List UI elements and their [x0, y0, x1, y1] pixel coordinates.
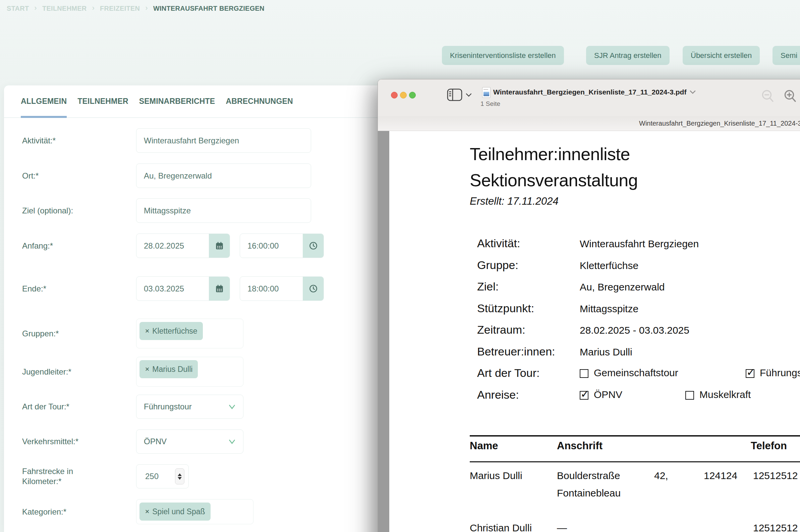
- sjr-antrag-erstellen-button[interactable]: SJR Antrag erstellen: [586, 46, 670, 65]
- table-cell-street: Boulderstraße: [557, 470, 620, 481]
- zoom-window-button[interactable]: [409, 92, 416, 98]
- stepper-down-icon[interactable]: [178, 477, 182, 480]
- remove-icon[interactable]: ✕: [145, 509, 149, 515]
- checkbox-checked-icon: ✓: [746, 369, 754, 378]
- clock-icon: [309, 284, 318, 293]
- uebersicht-erstellen-button[interactable]: Übersicht erstellen: [683, 46, 760, 65]
- breadcrumb-item-start[interactable]: START: [7, 4, 29, 13]
- ende-time-value: 18:00:00: [240, 277, 279, 301]
- krisenliste-erstellen-button[interactable]: Kriseninterventionsliste erstellen: [442, 46, 564, 65]
- table-cell-anschrift: —: [557, 522, 567, 532]
- kategorien-multiselect[interactable]: ✕ Spiel und Spaß: [136, 499, 253, 524]
- calendar-icon: [215, 241, 224, 250]
- tab-filename-label: Winterausfahrt_Bergziegen_Krisenliste_17…: [639, 116, 800, 130]
- sidebar-toggle-button[interactable]: [447, 88, 475, 101]
- fahrstrecke-number-input[interactable]: 250: [136, 464, 189, 489]
- form-row-verkehrsmittel: Verkehrsmittel:* ÖPNV: [4, 430, 415, 454]
- tab-seminarberichte[interactable]: SEMINARBERICHTE: [139, 86, 215, 117]
- clock-icon: [309, 241, 318, 250]
- table-cell-housenumber: 42,: [654, 470, 668, 481]
- close-window-button[interactable]: [391, 92, 398, 98]
- table-cell-plz: 124124: [704, 470, 737, 481]
- zoom-out-icon: [760, 89, 775, 105]
- breadcrumb-current-page: WINTERAUSFAHRT BERGZIEGEN: [153, 4, 265, 13]
- aktivitaet-input[interactable]: Winterausfahrt Bergziegen: [136, 128, 311, 153]
- form-row-art-der-tour: Art der Tour:* Führungstour: [4, 395, 415, 419]
- verkehrsmittel-label: Verkehrsmittel:*: [22, 437, 78, 446]
- seminar-button-truncated[interactable]: Semi: [772, 46, 800, 65]
- calendar-icon: [215, 284, 224, 293]
- remove-icon[interactable]: ✕: [145, 328, 149, 334]
- form-row-aktivitaet: Aktivität:* Winterausfahrt Bergziegen: [4, 128, 415, 153]
- table-top-rule: [470, 435, 800, 437]
- tab-allgemein[interactable]: ALLGEMEIN: [21, 86, 67, 117]
- ende-date-value: 03.03.2025: [137, 277, 184, 301]
- art-der-tour-label: Art der Tour:*: [22, 402, 69, 412]
- window-titlebar[interactable]: Winterausfahrt_Bergziegen_Krisenliste_17…: [378, 79, 800, 116]
- table-cell-city: Fontainebleau: [557, 488, 621, 499]
- title-menu-chevron-icon[interactable]: [690, 90, 696, 94]
- form-row-fahrstrecke: Fahrstrecke in Kilometer:* 250: [4, 464, 415, 489]
- remove-icon[interactable]: ✕: [145, 366, 149, 372]
- form-row-gruppen: Gruppen:* ✕ Kletterfüchse: [4, 319, 415, 348]
- pdf-document-title: Teilnehmer:innenliste Sektionsveranstalt…: [470, 141, 638, 193]
- page-count-label: 1 Seite: [480, 100, 500, 108]
- ende-time-input[interactable]: 18:00:00: [240, 277, 324, 301]
- app-screen: START › TEILNEHMER › FREIZEITEN › WINTER…: [0, 0, 800, 532]
- pdf-field-gruppe: Gruppe: Kletterfüchse: [389, 259, 800, 275]
- fahrstrecke-value: 250: [145, 472, 159, 481]
- kategorien-chip: ✕ Spiel und Spaß: [140, 502, 211, 520]
- pdf-created-date: Erstellt: 17.11.2024: [470, 195, 559, 207]
- art-der-tour-select[interactable]: Führungstour: [136, 395, 243, 419]
- ende-date-input[interactable]: 03.03.2025: [136, 277, 230, 301]
- window-tab-bar[interactable]: Winterausfahrt_Bergziegen_Krisenliste_17…: [378, 116, 800, 131]
- pdf-field-zeitraum: Zeitraum: 28.02.2025 - 03.03.2025: [389, 323, 800, 339]
- form-row-ende: Ende:* 03.03.2025 18:00:00: [4, 277, 415, 301]
- jugendleiter-multiselect[interactable]: ✕ Marius Dulli: [136, 357, 243, 386]
- anfang-label: Anfang:*: [22, 241, 53, 251]
- event-detail-card: ALLGEMEIN TEILNEHMER SEMINARBERICHTE ABR…: [4, 86, 415, 532]
- pdf-field-ziel: Ziel: Au, Bregenzerwald: [389, 280, 800, 296]
- pdf-field-anreise: Anreise: ✓ ÖPNV Muskelkraft: [389, 388, 800, 404]
- form-row-jugendleiter: Jugendleiter:* ✕ Marius Dulli: [4, 357, 415, 386]
- table-cell-name: Marius Dulli: [470, 470, 522, 481]
- jugendleiter-label: Jugendleiter:*: [22, 367, 71, 377]
- minimize-window-button[interactable]: [400, 92, 407, 98]
- number-stepper[interactable]: [175, 468, 184, 484]
- verkehrsmittel-select[interactable]: ÖPNV: [136, 430, 243, 454]
- table-header-name: Name: [470, 440, 498, 452]
- zoom-in-icon[interactable]: [783, 89, 798, 105]
- anfang-clock-button[interactable]: [303, 234, 324, 258]
- pdf-field-aktivitaet: Aktivität: Winterausfahrt Bergziegen: [389, 237, 800, 253]
- pdf-field-art-der-tour: Art der Tour: Gemeinschaftstour ✓ Führun…: [389, 366, 800, 383]
- aktivitaet-label: Aktivität:*: [22, 136, 56, 146]
- tab-teilnehmer[interactable]: TEILNEHMER: [77, 86, 128, 117]
- stepper-up-icon[interactable]: [178, 473, 182, 476]
- ziel-input[interactable]: Mittagsspitze: [136, 198, 311, 223]
- anfang-time-input[interactable]: 16:00:00: [240, 233, 324, 258]
- checkbox-unchecked-icon: [580, 369, 588, 378]
- checkbox-unchecked-icon: [685, 391, 694, 400]
- gruppen-chip: ✕ Kletterfüchse: [140, 322, 203, 340]
- table-cell-telefon: 12512512: [753, 470, 798, 481]
- ort-input[interactable]: Au, Bregenzerwald: [136, 164, 311, 188]
- breadcrumb-item-freizeiten[interactable]: FREIZEITEN: [100, 4, 140, 13]
- kategorien-chip-label: Spiel und Spaß: [152, 507, 205, 516]
- breadcrumb-item-teilnehmer[interactable]: TEILNEHMER: [42, 4, 87, 13]
- gruppen-multiselect[interactable]: ✕ Kletterfüchse: [136, 319, 243, 348]
- breadcrumb-separator-icon: ›: [35, 4, 37, 13]
- checkbox-checked-icon: ✓: [580, 391, 588, 400]
- window-title: Winterausfahrt_Bergziegen_Krisenliste_17…: [493, 88, 686, 96]
- fahrstrecke-label: Fahrstrecke in Kilometer:*: [22, 466, 99, 487]
- table-header-anschrift: Anschrift: [557, 440, 602, 452]
- anfang-calendar-button[interactable]: [209, 234, 230, 258]
- breadcrumb-separator-icon: ›: [145, 4, 147, 13]
- anfang-date-input[interactable]: 28.02.2025: [136, 233, 230, 258]
- gruppen-chip-label: Kletterfüchse: [152, 327, 197, 336]
- tab-abrechnungen[interactable]: ABRECHNUNGEN: [226, 86, 293, 117]
- pdf-field-stuetzpunkt: Stützpunkt: Mittagsspitze: [389, 302, 800, 318]
- ende-calendar-button[interactable]: [209, 277, 230, 301]
- ende-clock-button[interactable]: [303, 277, 324, 301]
- breadcrumb-separator-icon: ›: [92, 4, 94, 13]
- form-row-kategorien: Kategorien:* ✕ Spiel und Spaß: [4, 499, 415, 524]
